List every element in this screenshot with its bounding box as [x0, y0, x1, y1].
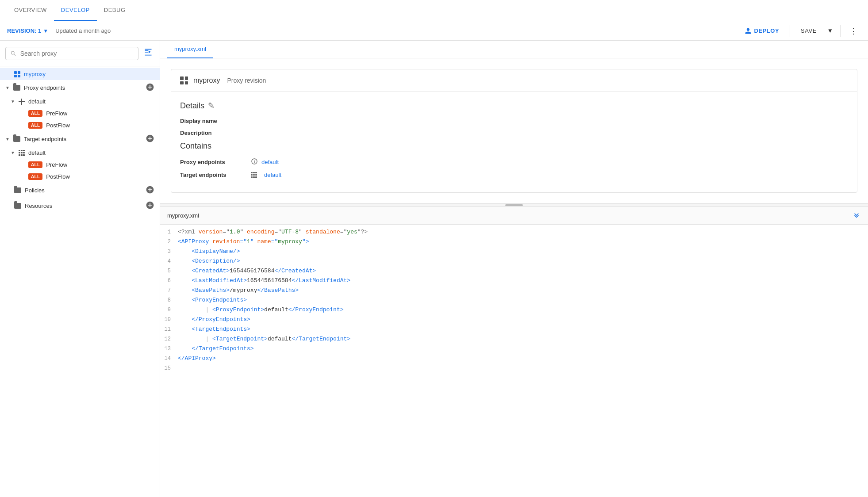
- line-content-3: <DisplayName/>: [178, 248, 868, 255]
- target-endpoints-chevron: ▼: [5, 137, 10, 141]
- deploy-button[interactable]: DEPLOY: [739, 25, 784, 37]
- proxy-postflow-label: PostFlow: [46, 122, 154, 129]
- xml-content: 1 <?xml version="1.0" encoding="UTF-8" s…: [160, 225, 868, 497]
- proxy-card-subtitle: Proxy revision: [227, 77, 266, 84]
- sidebar-tree: myproxy ▼ Proxy endpoints ▼ default: [0, 66, 160, 215]
- line-content-13: </TargetEndpoints>: [178, 345, 868, 352]
- sidebar-item-proxy-preflow[interactable]: ALL PreFlow: [0, 107, 160, 119]
- sidebar-item-resources[interactable]: Resources: [0, 198, 160, 214]
- line-content-12: | <TargetEndpoint>default</TargetEndpoin…: [178, 336, 868, 342]
- proxy-endpoints-label: Proxy endpoints: [24, 84, 142, 91]
- revision-bar-actions: DEPLOY SAVE ▼ ⋮: [739, 23, 861, 38]
- sidebar-item-target-postflow[interactable]: ALL PostFlow: [0, 171, 160, 183]
- details-label: Details: [180, 101, 204, 111]
- sidebar-item-target-preflow[interactable]: ALL PreFlow: [0, 159, 160, 171]
- tab-develop[interactable]: DEVELOP: [54, 0, 97, 21]
- xml-line-15: 15: [160, 364, 868, 374]
- resources-folder-icon: [14, 203, 21, 209]
- content-area: myproxy.xml myproxy Proxy revision: [160, 41, 868, 497]
- target-default-label: default: [28, 149, 154, 156]
- line-num-2: 2: [160, 238, 178, 245]
- proxy-postflow-all-badge: ALL: [28, 122, 42, 129]
- line-content-8: <ProxyEndpoints>: [178, 297, 868, 303]
- sidebar-item-target-endpoints[interactable]: ▼ Target endpoints: [0, 131, 160, 147]
- line-num-8: 8: [160, 297, 178, 303]
- line-content-1: <?xml version="1.0" encoding="UTF-8" sta…: [178, 229, 868, 235]
- tab-overview[interactable]: OVERVIEW: [7, 0, 54, 21]
- save-button[interactable]: SAVE: [795, 25, 822, 37]
- target-endpoints-label: Target endpoints: [24, 136, 142, 142]
- proxy-default-chevron: ▼: [11, 99, 15, 104]
- file-tab-myproxy[interactable]: myproxy.xml: [167, 41, 213, 58]
- edit-icon[interactable]: ✎: [208, 101, 215, 111]
- line-content-7: <BasePaths>/myproxy</BasePaths>: [178, 287, 868, 294]
- add-resource-button[interactable]: [146, 201, 154, 211]
- proxy-default-label: default: [28, 98, 154, 105]
- tab-debug[interactable]: DEBUG: [97, 0, 133, 21]
- line-num-4: 4: [160, 258, 178, 264]
- proxy-card-grid-icon: [180, 76, 188, 84]
- xml-line-2: 2 <APIProxy revision="1" name="myproxy">: [160, 238, 868, 248]
- divider2: [840, 25, 841, 37]
- sidebar-item-myproxy[interactable]: myproxy: [0, 68, 160, 80]
- deploy-label: DEPLOY: [754, 27, 779, 34]
- xml-line-9: 9 | <ProxyEndpoint>default</ProxyEndpoin…: [160, 306, 868, 316]
- drag-handle[interactable]: [160, 203, 868, 207]
- myproxy-label: myproxy: [24, 71, 154, 77]
- sidebar-item-target-default[interactable]: ▼ default: [0, 147, 160, 159]
- line-num-9: 9: [160, 306, 178, 313]
- search-input[interactable]: [20, 50, 134, 57]
- proxy-preflow-label: PreFlow: [46, 110, 154, 117]
- xml-line-11: 11 <TargetEndpoints>: [160, 325, 868, 335]
- line-content-6: <LastModifiedAt>1654456176584</LastModif…: [178, 277, 868, 284]
- more-options-button[interactable]: ⋮: [846, 23, 861, 38]
- xml-editor-header: myproxy.xml: [160, 207, 868, 225]
- line-content-5: <CreatedAt>1654456176584</CreatedAt>: [178, 268, 868, 274]
- line-num-14: 14: [160, 355, 178, 362]
- sidebar-item-proxy-postflow[interactable]: ALL PostFlow: [0, 119, 160, 131]
- line-content-10: </ProxyEndpoints>: [178, 316, 868, 323]
- target-default-link[interactable]: default: [264, 172, 281, 178]
- add-policy-button[interactable]: [146, 185, 154, 195]
- sidebar-item-proxy-default[interactable]: ▼ default: [0, 96, 160, 107]
- search-bar-container: [0, 41, 160, 66]
- collapse-sidebar-button[interactable]: [142, 46, 154, 61]
- line-content-2: <APIProxy revision="1" name="myproxy">: [178, 238, 868, 245]
- proxy-default-crosshair-icon: [19, 99, 25, 105]
- drag-handle-bar: [505, 204, 523, 206]
- proxy-default-link[interactable]: default: [261, 159, 279, 165]
- display-name-row: Display name: [180, 118, 848, 124]
- line-num-12: 12: [160, 336, 178, 342]
- target-default-grid-icon: [19, 150, 25, 156]
- proxy-card-title: myproxy: [193, 76, 220, 84]
- xml-line-10: 10 </ProxyEndpoints>: [160, 316, 868, 325]
- target-postflow-all-badge: ALL: [28, 173, 42, 180]
- revision-label-text: REVISION: 1: [7, 27, 41, 34]
- add-proxy-endpoint-button[interactable]: [146, 83, 154, 93]
- proxy-card-header: myproxy Proxy revision: [171, 69, 857, 92]
- xml-line-3: 3 <DisplayName/>: [160, 248, 868, 257]
- line-num-11: 11: [160, 326, 178, 333]
- target-preflow-all-badge: ALL: [28, 161, 42, 168]
- line-num-5: 5: [160, 268, 178, 274]
- sidebar-item-proxy-endpoints[interactable]: ▼ Proxy endpoints: [0, 80, 160, 96]
- xml-line-6: 6 <LastModifiedAt>1654456176584</LastMod…: [160, 277, 868, 287]
- card-area: myproxy Proxy revision Details ✎ Display…: [160, 58, 868, 203]
- contains-title: Contains: [180, 141, 848, 151]
- details-section-title: Details ✎: [180, 101, 848, 111]
- xml-line-4: 4 <Description/>: [160, 257, 868, 267]
- line-num-3: 3: [160, 248, 178, 255]
- divider: [790, 25, 790, 37]
- line-content-11: <TargetEndpoints>: [178, 326, 868, 333]
- revision-selector[interactable]: REVISION: 1 ▼: [7, 27, 48, 34]
- resources-label: Resources: [25, 203, 142, 209]
- add-target-endpoint-button[interactable]: [146, 134, 154, 144]
- xml-editor-collapse-button[interactable]: [852, 210, 861, 221]
- sidebar-item-policies[interactable]: Policies: [0, 183, 160, 198]
- xml-line-5: 5 <CreatedAt>1654456176584</CreatedAt>: [160, 267, 868, 277]
- save-dropdown-button[interactable]: ▼: [826, 25, 835, 37]
- target-endpoints-row: Target endpoints default: [180, 172, 848, 178]
- search-input-wrapper[interactable]: [5, 47, 138, 60]
- contains-proxy-endpoints-label: Proxy endpoints: [180, 159, 251, 165]
- xml-editor-title: myproxy.xml: [167, 212, 199, 219]
